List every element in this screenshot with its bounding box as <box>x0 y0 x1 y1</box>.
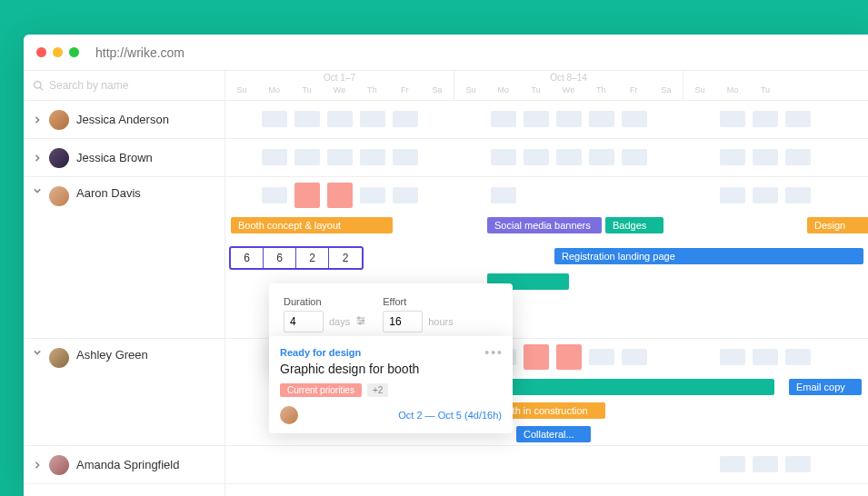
work-block[interactable] <box>491 187 516 203</box>
day: Tu <box>291 85 324 101</box>
work-block[interactable] <box>262 187 287 203</box>
work-block[interactable] <box>360 111 385 127</box>
search-input[interactable]: Search by name <box>24 71 224 101</box>
work-block[interactable] <box>491 111 516 127</box>
work-block[interactable] <box>785 111 811 127</box>
work-block[interactable] <box>556 149 582 165</box>
work-block[interactable] <box>753 111 778 127</box>
assignee-avatar[interactable] <box>280 406 298 424</box>
day: Th <box>355 85 388 101</box>
work-block[interactable] <box>622 349 647 365</box>
overload-block[interactable] <box>556 344 582 370</box>
work-block[interactable] <box>491 149 516 165</box>
task-bar-email-copy[interactable]: Email copy <box>789 379 862 395</box>
task-bar-registration[interactable]: Registration landing page <box>554 248 863 264</box>
hours-cell[interactable]: 6 <box>231 248 264 268</box>
minimize-icon[interactable] <box>53 47 63 57</box>
work-block[interactable] <box>589 349 614 365</box>
url-bar[interactable]: http://wrike.com <box>95 45 185 60</box>
task-card[interactable]: ••• Ready for design Graphic design for … <box>269 336 513 433</box>
overload-block[interactable] <box>524 344 549 370</box>
day: Mo <box>487 85 520 101</box>
zoom-icon[interactable] <box>69 47 79 57</box>
day: Sa <box>421 85 454 101</box>
day: Sa <box>650 85 683 101</box>
work-block[interactable] <box>753 187 778 203</box>
day: Tu <box>749 85 782 101</box>
close-icon[interactable] <box>36 47 46 57</box>
work-block[interactable] <box>720 111 745 127</box>
more-icon[interactable]: ••• <box>484 345 504 360</box>
hours-cell[interactable]: 2 <box>329 248 362 268</box>
day: Th <box>584 85 617 101</box>
work-block[interactable] <box>393 149 418 165</box>
work-block[interactable] <box>589 149 614 165</box>
avatar <box>49 186 69 206</box>
overload-block[interactable] <box>327 183 353 208</box>
work-block[interactable] <box>556 111 582 127</box>
work-block[interactable] <box>589 111 614 127</box>
work-block[interactable] <box>622 111 647 127</box>
person-row[interactable]: Aaron Davis <box>24 177 224 339</box>
duration-input[interactable] <box>284 311 324 332</box>
track-row[interactable] <box>225 101 868 139</box>
work-block[interactable] <box>262 111 287 127</box>
work-block[interactable] <box>720 456 745 472</box>
task-tag[interactable]: Current priorities <box>280 383 362 397</box>
work-block[interactable] <box>785 456 811 472</box>
work-block[interactable] <box>524 149 549 165</box>
work-block[interactable] <box>622 149 647 165</box>
task-bar-booth-concept[interactable]: Booth concept & layout <box>231 217 393 233</box>
day: Mo <box>716 85 749 101</box>
work-block[interactable] <box>753 149 778 165</box>
effort-unit: hours <box>428 316 454 327</box>
overload-block[interactable] <box>294 183 320 208</box>
hours-cell[interactable]: 2 <box>296 248 329 268</box>
work-block[interactable] <box>720 187 745 203</box>
work-block[interactable] <box>262 149 287 165</box>
person-row[interactable]: Jessica Brown <box>24 139 224 177</box>
work-block[interactable] <box>327 111 353 127</box>
task-bar-social[interactable]: Social media banners <box>487 217 602 233</box>
work-block[interactable] <box>393 187 418 203</box>
avatar <box>49 348 69 368</box>
person-row[interactable]: Amanda Springfield <box>24 446 224 484</box>
task-bar-badges[interactable]: Badges <box>605 217 663 233</box>
task-tag-more[interactable]: +2 <box>367 383 388 397</box>
person-row[interactable]: Jessica Anderson <box>24 101 224 139</box>
work-block[interactable] <box>294 149 320 165</box>
hours-editor[interactable]: 6 6 2 2 <box>229 246 364 270</box>
work-block[interactable] <box>327 149 353 165</box>
work-block[interactable] <box>524 111 549 127</box>
track-row[interactable] <box>225 139 868 177</box>
person-name: Jessica Anderson <box>76 113 169 126</box>
task-bar[interactable] <box>487 379 774 395</box>
work-block[interactable] <box>294 111 320 127</box>
work-block[interactable] <box>393 111 418 127</box>
work-block[interactable] <box>720 349 745 365</box>
chevron-right-icon <box>33 115 42 124</box>
track-row[interactable] <box>225 446 868 484</box>
work-block[interactable] <box>753 349 778 365</box>
chevron-down-icon <box>33 186 42 195</box>
person-name: Jessica Brown <box>76 151 153 164</box>
settings-icon[interactable] <box>355 315 366 329</box>
work-block[interactable] <box>720 149 745 165</box>
work-block[interactable] <box>753 456 778 472</box>
day: Fr <box>617 85 650 101</box>
work-block[interactable] <box>360 187 385 203</box>
effort-input[interactable] <box>383 311 423 332</box>
work-block[interactable] <box>360 149 385 165</box>
work-block[interactable] <box>785 149 811 165</box>
task-status[interactable]: Ready for design <box>280 347 502 358</box>
day: Mo <box>258 85 291 101</box>
work-block[interactable] <box>785 187 811 203</box>
duration-unit: days <box>329 316 350 327</box>
work-block[interactable] <box>785 349 811 365</box>
hours-cell[interactable]: 6 <box>264 248 296 268</box>
titlebar: http://wrike.com <box>24 35 868 71</box>
person-row[interactable]: Ashley Green <box>24 339 224 446</box>
task-bar-collateral[interactable]: Collateral... <box>516 426 591 442</box>
task-bar-design[interactable]: Design <box>807 217 868 233</box>
week-label: Oct 8–14 <box>454 71 683 85</box>
